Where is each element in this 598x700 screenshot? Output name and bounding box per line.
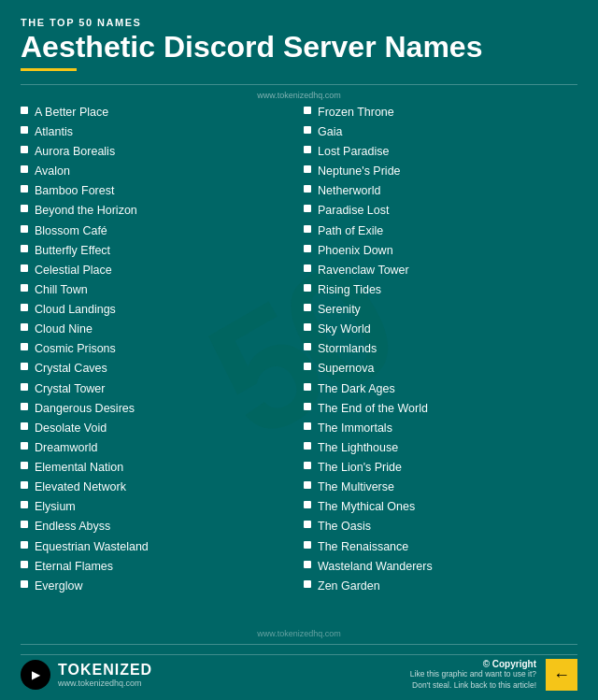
main-container: THE TOP 50 NAMES Aesthetic Discord Serve… xyxy=(0,0,598,700)
copyright-text: © Copyright Like this graphic and want t… xyxy=(410,659,536,690)
name-text: Supernova xyxy=(318,360,374,377)
list-item: Wasteland Wanderers xyxy=(304,558,577,575)
list-item: Serenity xyxy=(304,301,577,318)
list-item: Zen Garden xyxy=(304,578,577,594)
list-item: Dangerous Desires xyxy=(21,400,294,417)
list-item: The Lion's Pride xyxy=(304,459,577,476)
bullet-icon xyxy=(304,165,311,173)
website-label-top: www.tokenizedhq.com xyxy=(21,91,577,100)
list-item: Desolate Void xyxy=(21,420,294,436)
name-text: Cosmic Prisons xyxy=(35,340,116,357)
name-text: Equestrian Wasteland xyxy=(35,538,149,555)
footer-copyright: © Copyright Like this graphic and want t… xyxy=(410,659,577,691)
name-text: The Mythical Ones xyxy=(318,498,415,515)
list-item: Elysium xyxy=(21,498,294,515)
name-text: Elevated Network xyxy=(35,479,126,495)
name-text: Cloud Landings xyxy=(35,301,116,318)
name-text: Elemental Nation xyxy=(35,459,123,476)
list-item: Crystal Caves xyxy=(21,360,294,377)
bottom-divider xyxy=(21,644,577,645)
top-divider xyxy=(21,84,577,85)
name-text: The Immortals xyxy=(318,420,392,436)
bullet-icon xyxy=(21,580,28,588)
name-text: Cloud Nine xyxy=(35,321,93,337)
bullet-icon xyxy=(304,284,311,292)
bullet-icon xyxy=(304,481,311,489)
list-item: Supernova xyxy=(304,360,577,377)
list-item: Lost Paradise xyxy=(304,143,577,160)
left-column: A Better PlaceAtlantisAurora BorealisAva… xyxy=(21,104,294,627)
list-item: Beyond the Horizon xyxy=(21,202,294,219)
bullet-icon xyxy=(21,481,28,489)
bullet-icon xyxy=(304,403,311,410)
copyright-title: © Copyright xyxy=(410,659,536,669)
bullet-icon xyxy=(21,304,28,311)
name-text: Atlantis xyxy=(35,123,73,140)
name-text: Phoenix Down xyxy=(318,242,393,259)
bullet-icon xyxy=(21,284,28,292)
list-item: Paradise Lost xyxy=(304,202,577,219)
name-text: Netherworld xyxy=(318,182,380,199)
name-text: Elysium xyxy=(35,498,76,515)
brand-text: TOKENIZED www.tokenizedhq.com xyxy=(58,662,152,688)
content-area: A Better PlaceAtlantisAurora BorealisAva… xyxy=(21,104,577,627)
list-item: Cloud Landings xyxy=(21,301,294,318)
list-item: Butterfly Effect xyxy=(21,242,294,259)
bullet-icon xyxy=(304,264,311,272)
list-item: Blossom Café xyxy=(21,222,294,239)
name-text: Avalon xyxy=(35,163,70,179)
list-item: Netherworld xyxy=(304,182,577,199)
bullet-icon xyxy=(21,462,28,469)
bullet-icon xyxy=(304,225,311,233)
bullet-icon xyxy=(304,205,311,212)
brand-name: TOKENIZED xyxy=(58,662,152,679)
name-text: The Lighthouse xyxy=(318,439,398,456)
name-text: Path of Exile xyxy=(318,222,383,239)
bullet-icon xyxy=(304,580,311,588)
list-item: Ravenclaw Tower xyxy=(304,262,577,279)
name-text: Wasteland Wanderers xyxy=(318,558,433,575)
list-item: Dreamworld xyxy=(21,439,294,456)
main-title: Aesthetic Discord Server Names xyxy=(21,30,577,64)
name-text: The Dark Ages xyxy=(318,380,395,397)
name-text: Stormlands xyxy=(318,340,377,357)
name-text: Serenity xyxy=(318,301,361,318)
bullet-icon xyxy=(21,264,28,272)
name-text: Everglow xyxy=(35,578,82,594)
brand-url: www.tokenizedhq.com xyxy=(58,679,152,688)
bullet-icon xyxy=(21,442,28,450)
name-text: Zen Garden xyxy=(318,578,380,594)
arrow-box[interactable]: ← xyxy=(546,659,577,691)
name-text: The Multiverse xyxy=(318,479,394,495)
name-text: Lost Paradise xyxy=(318,143,389,160)
bullet-icon xyxy=(304,323,311,331)
bullet-icon xyxy=(21,363,28,370)
yellow-accent-bar xyxy=(21,68,77,71)
bullet-icon xyxy=(21,422,28,430)
top-label: THE TOP 50 NAMES xyxy=(21,17,577,28)
bullet-icon xyxy=(304,185,311,193)
list-item: Avalon xyxy=(21,163,294,179)
list-item: Elemental Nation xyxy=(21,459,294,476)
name-text: Blossom Café xyxy=(35,222,107,239)
name-text: Aurora Borealis xyxy=(35,143,115,160)
bullet-icon xyxy=(21,245,28,252)
name-text: Endless Abyss xyxy=(35,518,110,535)
list-item: Neptune's Pride xyxy=(304,163,577,179)
bullet-icon xyxy=(304,442,311,450)
name-text: A Better Place xyxy=(35,104,108,121)
bullet-icon xyxy=(21,383,28,391)
list-item: Aurora Borealis xyxy=(21,143,294,160)
bullet-icon xyxy=(304,146,311,153)
list-item: Equestrian Wasteland xyxy=(21,538,294,555)
bullet-icon xyxy=(304,561,311,568)
name-text: Paradise Lost xyxy=(318,202,389,219)
list-item: Endless Abyss xyxy=(21,518,294,535)
list-item: The Lighthouse xyxy=(304,439,577,456)
list-item: The Mythical Ones xyxy=(304,498,577,515)
list-item: The Oasis xyxy=(304,518,577,535)
copyright-line2: Don't steal. Link back to this article! xyxy=(410,680,536,691)
bullet-icon xyxy=(304,126,311,134)
name-text: Gaia xyxy=(318,123,342,140)
list-item: Gaia xyxy=(304,123,577,140)
